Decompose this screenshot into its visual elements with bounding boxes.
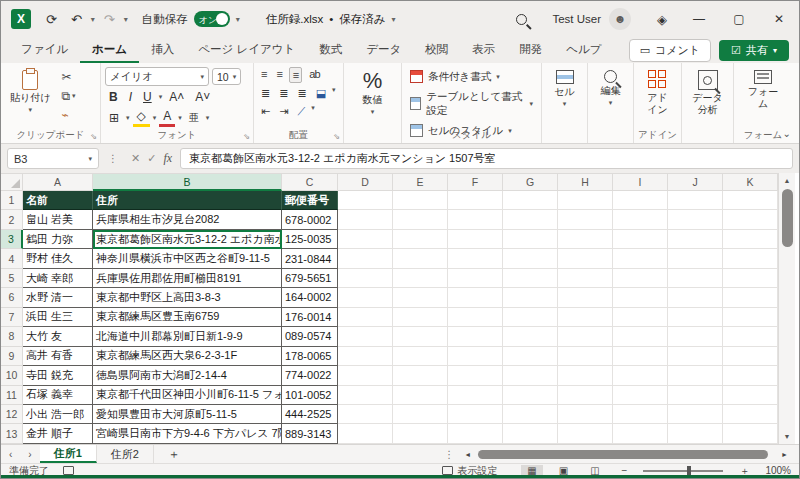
cell-E9[interactable] bbox=[393, 347, 448, 366]
cell-J3[interactable] bbox=[668, 230, 723, 249]
ribbon-tab-ファイル[interactable]: ファイル bbox=[9, 38, 80, 63]
cell-I3[interactable] bbox=[613, 230, 668, 249]
grow-font-button[interactable]: A˄ bbox=[165, 89, 188, 105]
sheet-tab-住所1[interactable]: 住所1 bbox=[40, 445, 97, 463]
cell-J4[interactable] bbox=[668, 249, 723, 268]
row-header-1[interactable]: 1 bbox=[1, 191, 23, 210]
cell-K13[interactable] bbox=[723, 424, 778, 443]
column-header-K[interactable]: K bbox=[723, 173, 778, 191]
cell-C5[interactable]: 679-5651 bbox=[282, 269, 338, 288]
cell-A13[interactable]: 金井 順子 bbox=[23, 424, 93, 443]
collapse-ribbon-icon[interactable]: ⌄ bbox=[783, 128, 791, 139]
alignment-dialog-launcher-icon[interactable]: ⇘ bbox=[333, 132, 340, 141]
cell-I13[interactable] bbox=[613, 424, 668, 443]
cell-B2[interactable]: 兵庫県相生市汐見台2082 bbox=[93, 210, 282, 229]
cell-J13[interactable] bbox=[668, 424, 723, 443]
cell-E10[interactable] bbox=[393, 366, 448, 385]
scroll-down-icon[interactable]: ▼ bbox=[779, 429, 795, 444]
cell-F8[interactable] bbox=[448, 327, 503, 346]
cell-F3[interactable] bbox=[448, 230, 503, 249]
cell-B11[interactable]: 東京都千代田区神田小川町6-11-5 フォ bbox=[93, 386, 282, 405]
cell-K6[interactable] bbox=[723, 288, 778, 307]
align-top-button[interactable]: ≡ bbox=[258, 67, 269, 83]
cell-K10[interactable] bbox=[723, 366, 778, 385]
ribbon-tab-表示[interactable]: 表示 bbox=[460, 38, 507, 63]
cell-H10[interactable] bbox=[558, 366, 613, 385]
cell-C13[interactable]: 889-3143 bbox=[282, 424, 338, 443]
cell-F4[interactable] bbox=[448, 249, 503, 268]
align-right-button[interactable]: ≣ bbox=[294, 86, 308, 101]
cell-H4[interactable] bbox=[558, 249, 613, 268]
cell-E13[interactable] bbox=[393, 424, 448, 443]
prev-sheet-icon[interactable]: ‹ bbox=[1, 449, 20, 460]
row-header-2[interactable]: 2 bbox=[1, 210, 23, 229]
column-header-A[interactable]: A bbox=[23, 173, 93, 191]
editing-button[interactable]: 編集 ▾ bbox=[596, 67, 626, 127]
column-header-J[interactable]: J bbox=[668, 173, 723, 191]
align-left-button[interactable]: ≣ bbox=[258, 86, 272, 101]
new-sheet-button[interactable]: ＋ bbox=[154, 446, 194, 463]
cell-E8[interactable] bbox=[393, 327, 448, 346]
row-header-7[interactable]: 7 bbox=[1, 308, 23, 327]
row-header-6[interactable]: 6 bbox=[1, 288, 23, 307]
cell-A7[interactable]: 浜田 生三 bbox=[23, 308, 93, 327]
analyze-data-button[interactable]: データ分析 bbox=[685, 67, 731, 127]
cell-G4[interactable] bbox=[503, 249, 558, 268]
cell-J10[interactable] bbox=[668, 366, 723, 385]
cell-G3[interactable] bbox=[503, 230, 558, 249]
align-bottom-button[interactable]: ≡ bbox=[289, 67, 302, 83]
cell-B10[interactable]: 徳島県阿南市大潟町2-14-4 bbox=[93, 366, 282, 385]
qat-overflow-icon[interactable]: ▾ bbox=[236, 15, 240, 24]
cell-A3[interactable]: 鶴田 力弥 bbox=[23, 230, 93, 249]
cell-D11[interactable] bbox=[338, 386, 393, 405]
scroll-left-icon[interactable]: ◄ bbox=[459, 451, 476, 458]
cell-G5[interactable] bbox=[503, 269, 558, 288]
conditional-formatting-button[interactable]: 条件付き書式▾ bbox=[406, 67, 537, 86]
cell-J8[interactable] bbox=[668, 327, 723, 346]
autosave-toggle[interactable]: オン bbox=[194, 11, 230, 27]
cell-D4[interactable] bbox=[338, 249, 393, 268]
cell-E3[interactable] bbox=[393, 230, 448, 249]
cell-B9[interactable]: 東京都練馬区西大泉6-2-3-1F bbox=[93, 347, 282, 366]
cell-C11[interactable]: 101-0052 bbox=[282, 386, 338, 405]
copy-icon[interactable]: ⧉▾ bbox=[58, 88, 78, 104]
ribbon-tab-ヘルプ[interactable]: ヘルプ bbox=[554, 38, 613, 63]
cell-G2[interactable] bbox=[503, 210, 558, 229]
cell-G7[interactable] bbox=[503, 308, 558, 327]
column-header-D[interactable]: D bbox=[338, 173, 393, 191]
cell-D3[interactable] bbox=[338, 230, 393, 249]
cell-A5[interactable]: 大崎 幸郎 bbox=[23, 269, 93, 288]
align-center-button[interactable]: ≣ bbox=[276, 86, 290, 101]
row-header-9[interactable]: 9 bbox=[1, 347, 23, 366]
cell-I5[interactable] bbox=[613, 269, 668, 288]
cell-F13[interactable] bbox=[448, 424, 503, 443]
row-header-11[interactable]: 11 bbox=[1, 386, 23, 405]
cell-A2[interactable]: 畠山 岩美 bbox=[23, 210, 93, 229]
cell-I4[interactable] bbox=[613, 249, 668, 268]
format-painter-icon[interactable]: ⌁ bbox=[58, 107, 78, 123]
cell-E4[interactable] bbox=[393, 249, 448, 268]
ribbon-tab-データ[interactable]: データ bbox=[354, 38, 413, 63]
column-header-B[interactable]: B bbox=[93, 173, 282, 191]
row-header-13[interactable]: 13 bbox=[1, 424, 23, 443]
cell-A11[interactable]: 石塚 義幸 bbox=[23, 386, 93, 405]
cell-G6[interactable] bbox=[503, 288, 558, 307]
horizontal-scrollbar[interactable]: ⋮ ◄ ► bbox=[439, 445, 799, 463]
vertical-scrollbar[interactable]: ▲ ▼ bbox=[778, 173, 795, 444]
shrink-font-button[interactable]: A˅ bbox=[191, 89, 214, 105]
formula-input[interactable]: 東京都葛飾区南水元3-12-2 エポカ南水元マンション 1507号室 bbox=[180, 148, 793, 169]
cell-B8[interactable]: 北海道中川郡幕別町日新1-9-9 bbox=[93, 327, 282, 346]
row-header-4[interactable]: 4 bbox=[1, 249, 23, 268]
cell-H7[interactable] bbox=[558, 308, 613, 327]
row-header-8[interactable]: 8 bbox=[1, 327, 23, 346]
insert-function-icon[interactable]: fx bbox=[163, 151, 172, 166]
cell-J2[interactable] bbox=[668, 210, 723, 229]
cell-K8[interactable] bbox=[723, 327, 778, 346]
ribbon-tab-校閲[interactable]: 校閲 bbox=[413, 38, 460, 63]
cell-G8[interactable] bbox=[503, 327, 558, 346]
cell-D2[interactable] bbox=[338, 210, 393, 229]
scroll-right-icon[interactable]: ► bbox=[776, 451, 793, 458]
row-header-3[interactable]: 3 bbox=[1, 230, 23, 249]
cell-K2[interactable] bbox=[723, 210, 778, 229]
font-color-button[interactable]: A bbox=[159, 108, 175, 127]
